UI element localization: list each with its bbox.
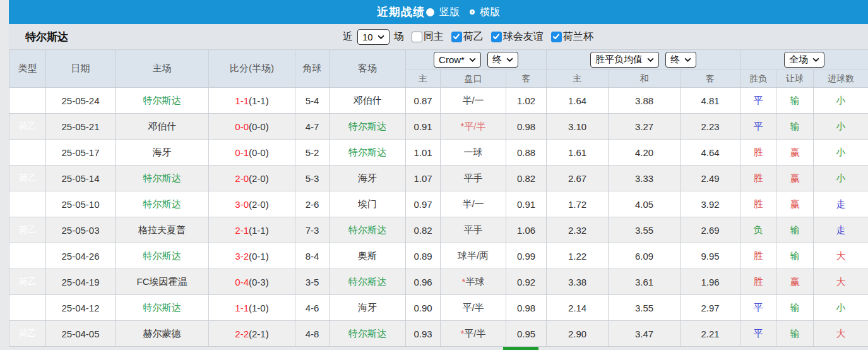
cell-home-team: 特尔斯达	[116, 243, 209, 269]
cell-avg-away: 9.95	[681, 243, 740, 269]
cell-avg-away: 2.69	[681, 217, 740, 243]
cell-score: 0-4(0-3)	[209, 269, 295, 295]
cell-avg-away: 2.49	[681, 166, 740, 191]
games-label: 场	[394, 30, 404, 44]
chevron-down-icon	[684, 57, 691, 62]
cell-avg-away: 4.64	[681, 140, 740, 166]
cell-date: 25-04-19	[46, 269, 116, 295]
cell-result: 平	[740, 321, 776, 347]
filter-checkbox-label-1[interactable]: 荷乙	[463, 30, 484, 44]
topbar: 近期战绩 竖版 横版	[9, 0, 868, 24]
cell-home-team: 邓伯什	[116, 114, 209, 140]
cell-odds-home: 1.01	[406, 140, 441, 166]
cell-odds-home: 0.97	[406, 191, 441, 217]
cell-score: 0-0(0-0)	[209, 114, 295, 140]
cell-avg-away: 2.21	[681, 321, 740, 347]
cell-goals: 小	[814, 295, 868, 321]
cell-let-result: 输	[776, 321, 814, 347]
cell-let-result: 输	[776, 114, 814, 140]
handicap-text: 平手	[464, 172, 483, 183]
header-type: 类型	[9, 50, 46, 88]
cell-home-team: 特尔斯达	[116, 166, 209, 191]
cell-goals: 小	[814, 88, 868, 114]
filter-checkbox-label-3[interactable]: 荷兰杯	[563, 30, 593, 44]
cell-league-type: 荷乙	[9, 166, 46, 191]
header-score: 比分(半场)	[209, 50, 295, 88]
header-date: 日期	[46, 50, 116, 88]
filter-checkbox-1[interactable]	[451, 32, 462, 42]
cell-league-type: 荷乙	[9, 191, 46, 217]
check-icon	[453, 33, 460, 40]
cell-let-result: 输	[776, 88, 814, 114]
filter-checkbox-label-0[interactable]: 同主	[424, 30, 444, 44]
layout-horizontal-option[interactable]: 横版	[480, 6, 500, 19]
cell-away-team: 特尔斯达	[330, 140, 406, 166]
cell-away-team: 特尔斯达	[330, 321, 406, 347]
page-title: 近期战绩	[377, 4, 425, 20]
cell-avg-home: 3.10	[547, 114, 609, 140]
handicap-text: 平/半	[464, 328, 485, 339]
avg-type-select[interactable]: 胜平负均值	[590, 52, 659, 68]
filter-checkbox-2[interactable]	[491, 32, 502, 42]
scope-select[interactable]: 全场	[784, 52, 824, 68]
cell-away-team: 特尔斯达	[330, 217, 406, 243]
filter-checkbox-0[interactable]	[412, 32, 422, 42]
cell-result: 平	[740, 88, 776, 114]
subheader-odds-away: 客	[506, 70, 547, 88]
cell-odds-away: 0.95	[506, 321, 547, 347]
cell-corner: 5-2	[295, 140, 330, 166]
cell-avg-draw: 4.05	[609, 191, 681, 217]
cell-odds-home: 0.93	[406, 321, 441, 347]
cell-odds-home: 0.82	[406, 217, 441, 243]
cell-date: 25-04-05	[46, 321, 116, 347]
cell-handicap: 半/一	[441, 88, 506, 114]
cell-odds-home: 0.89	[406, 243, 441, 269]
cell-odds-home: 0.87	[406, 88, 441, 114]
cell-date: 25-05-03	[46, 217, 116, 243]
filter-checkbox-label-2[interactable]: 球会友谊	[503, 30, 544, 44]
handicap-text: 半/一	[462, 95, 484, 106]
cell-avg-away: 2.97	[681, 295, 740, 321]
near-label: 近	[343, 30, 353, 44]
subheader-odds-home: 主	[406, 70, 441, 88]
cell-odds-home: 0.90	[406, 295, 441, 321]
layout-horizontal-radio-icon[interactable]	[470, 9, 475, 15]
cell-away-team: 特尔斯达	[330, 114, 406, 140]
cell-corner: 4-6	[295, 295, 330, 321]
bottom-green-element	[503, 347, 538, 350]
subheader-let-result: 让球	[776, 70, 814, 88]
odds-time-select[interactable]: 终	[487, 52, 518, 68]
chevron-down-icon	[378, 35, 384, 39]
handicap-text: 平/半	[462, 302, 484, 313]
cell-away-team: 特尔斯达	[330, 269, 406, 295]
match-count-select[interactable]: 10	[357, 29, 389, 45]
chevron-down-icon	[506, 57, 513, 62]
cell-date: 25-05-14	[46, 166, 116, 191]
cell-corner: 5-4	[295, 88, 330, 114]
result-row-6: 荷乙25-04-26特尔斯达3-2(0-1)8-4奥斯0.89球半/两0.991…	[9, 243, 868, 269]
avg-time-select[interactable]: 终	[665, 52, 696, 68]
cell-odds-away: 1.06	[506, 217, 547, 243]
cell-avg-home: 2.32	[547, 217, 609, 243]
layout-vertical-radio-selected-icon[interactable]	[426, 8, 434, 16]
cell-avg-draw: 6.09	[609, 243, 681, 269]
cell-odds-away: 0.92	[506, 269, 547, 295]
odds-time-value: 终	[492, 54, 502, 66]
layout-vertical-option[interactable]: 竖版	[439, 6, 460, 19]
header-odds-group: Crow* 终	[406, 50, 547, 70]
result-row-7: 荷乙25-04-19FC埃因霍温0-4(0-3)3-5特尔斯达0.96*半球0.…	[9, 269, 868, 295]
cell-score: 0-1(0-0)	[209, 140, 295, 166]
cell-odds-away: 0.99	[506, 243, 547, 269]
result-row-9: 荷乙25-04-05赫尔蒙德2-2(2-1)4-8特尔斯达0.93*平/半0.9…	[9, 321, 868, 347]
cell-odds-away: 0.98	[506, 295, 547, 321]
odds-company-select[interactable]: Crow*	[434, 52, 481, 68]
filter-checkbox-3[interactable]	[551, 32, 562, 42]
cell-league-type: 荷乙	[9, 269, 46, 295]
cell-let-result: 赢	[776, 269, 814, 295]
cell-handicap: 平手	[441, 166, 506, 191]
cell-goals: 小	[814, 140, 868, 166]
cell-result: 平	[740, 295, 776, 321]
result-row-4: 荷乙25-05-10特尔斯达3-0(2-0)2-6埃门0.97半/一0.911.…	[9, 191, 868, 217]
result-row-3: 荷乙25-05-14特尔斯达2-0(2-0)5-3海牙1.07平手0.822.6…	[9, 166, 868, 191]
cell-league-type: 荷乙	[9, 140, 46, 166]
